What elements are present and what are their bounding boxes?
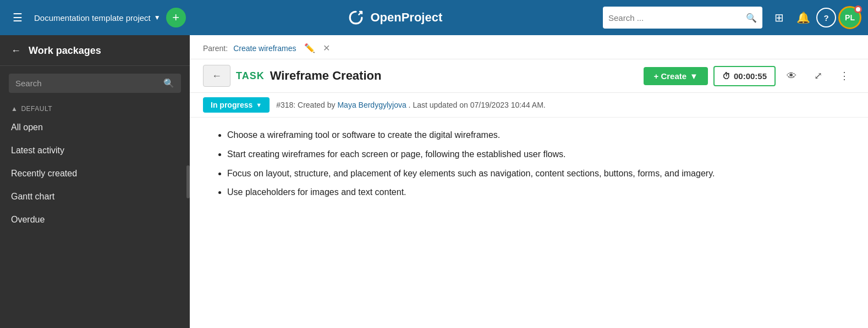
list-item: Choose a wireframing tool or software to… [227,129,846,142]
edit-parent-icon[interactable]: ✏️ [304,43,315,53]
status-bar: In progress ▼ #318: Created by Maya Berd… [190,93,868,118]
sidebar-item-gantt-chart[interactable]: Gantt chart [0,185,190,208]
sidebar-resize-handle[interactable] [186,165,190,198]
task-type-label: TASK [236,70,265,82]
meta-id-text: #318: Created by [276,101,335,109]
sidebar-item-latest-activity[interactable]: Latest activity [0,139,190,162]
badge-dot [856,7,860,12]
work-package-meta: #318: Created by Maya Berdygylyjova . La… [276,101,546,109]
hamburger-menu-button[interactable]: ☰ [7,7,29,29]
task-toolbar: ← TASK Wireframe Creation + Create ▼ ⏱ 0… [190,59,868,93]
list-item: Use placeholders for images and text con… [227,186,846,199]
sidebar-title: Work packages [29,45,101,57]
create-dropdown-arrow-icon: ▼ [690,71,698,81]
grid-icon: ⊞ [774,11,784,24]
status-dropdown-icon: ▼ [256,102,262,108]
content-body: Choose a wireframing tool or software to… [190,118,868,328]
list-item: Start creating wireframes for each scree… [227,148,846,162]
sidebar-header: ← Work packages [0,35,190,66]
avatar-badge [854,5,862,13]
expand-icon: ⤢ [814,70,822,82]
create-button[interactable]: + Create ▼ [644,67,707,85]
sidebar-item-all-open[interactable]: All open [0,116,190,139]
sidebar: ← Work packages 🔍 ▲ DEFAULT All open Lat… [0,35,190,328]
search-icon: 🔍 [746,13,757,23]
more-icon: ⋮ [839,70,849,82]
project-selector[interactable]: Documentation template project ▼ [34,13,161,23]
logo-icon [346,8,366,27]
status-label: In progress [211,101,252,109]
grid-menu-button[interactable]: ⊞ [768,7,790,29]
collapse-icon[interactable]: ▲ [11,105,18,113]
main-layout: ← Work packages 🔍 ▲ DEFAULT All open Lat… [0,35,868,328]
parent-link[interactable]: Create wireframes [233,44,296,53]
task-title: Wireframe Creation [270,69,382,83]
help-button[interactable]: ? [816,8,836,27]
sidebar-item-label: Latest activity [11,146,64,155]
sidebar-item-label: Overdue [11,215,45,225]
sidebar-item-recently-created[interactable]: Recently created [0,162,190,185]
more-options-button[interactable]: ⋮ [834,65,855,86]
timer-icon: ⏱ [722,71,730,81]
group-name: DEFAULT [21,105,52,113]
expand-button[interactable]: ⤢ [807,65,828,86]
content-area: Parent: Create wireframes ✏️ ✕ ← TASK Wi… [190,35,868,328]
meta-updated-text: . Last updated on 07/19/2023 10:44 AM. [409,101,546,109]
back-arrow-icon: ← [212,70,222,82]
create-button-label: + Create [653,71,686,81]
top-navigation: ☰ Documentation template project ▼ + Ope… [0,0,868,35]
sidebar-search-bar[interactable]: 🔍 [9,74,181,93]
eye-icon: 👁 [787,70,796,82]
app-logo: OpenProject [346,8,442,27]
breadcrumb-bar: Parent: Create wireframes ✏️ ✕ [190,35,868,59]
search-input[interactable] [608,13,741,23]
avatar-initials: PL [845,13,855,22]
close-parent-icon[interactable]: ✕ [323,43,330,53]
sidebar-search-icon: 🔍 [163,78,174,88]
sidebar-item-overdue[interactable]: Overdue [0,208,190,231]
help-icon: ? [823,13,828,23]
back-button[interactable]: ← [203,65,230,87]
nav-icon-group: ⊞ 🔔 ? PL [768,6,861,29]
hamburger-icon: ☰ [13,11,23,24]
notifications-button[interactable]: 🔔 [792,7,814,29]
author-link[interactable]: Maya Berdygylyjova [337,101,406,109]
status-badge[interactable]: In progress ▼ [203,97,270,113]
bell-icon: 🔔 [796,11,810,24]
timer-button[interactable]: ⏱ 00:00:55 [713,66,776,86]
timer-value: 00:00:55 [734,71,767,81]
list-item: Focus on layout, structure, and placemen… [227,167,846,181]
add-new-button[interactable]: + [166,8,186,27]
user-avatar-button[interactable]: PL [838,6,861,29]
sidebar-item-label: Gantt chart [11,192,54,202]
sidebar-group-label: ▲ DEFAULT [0,101,190,116]
sidebar-item-label: All open [11,123,43,132]
sidebar-back-button[interactable]: ← [11,45,21,57]
watch-button[interactable]: 👁 [781,65,802,86]
sidebar-item-label: Recently created [11,169,77,179]
project-name-label: Documentation template project [34,13,151,23]
parent-label: Parent: [203,44,228,53]
project-dropdown-arrow-icon: ▼ [154,14,161,21]
description-list: Choose a wireframing tool or software to… [212,129,846,199]
app-name-label: OpenProject [370,10,442,25]
sidebar-search-input[interactable] [15,79,159,88]
global-search-bar[interactable]: 🔍 [603,7,762,29]
logo-area: OpenProject [191,8,597,27]
